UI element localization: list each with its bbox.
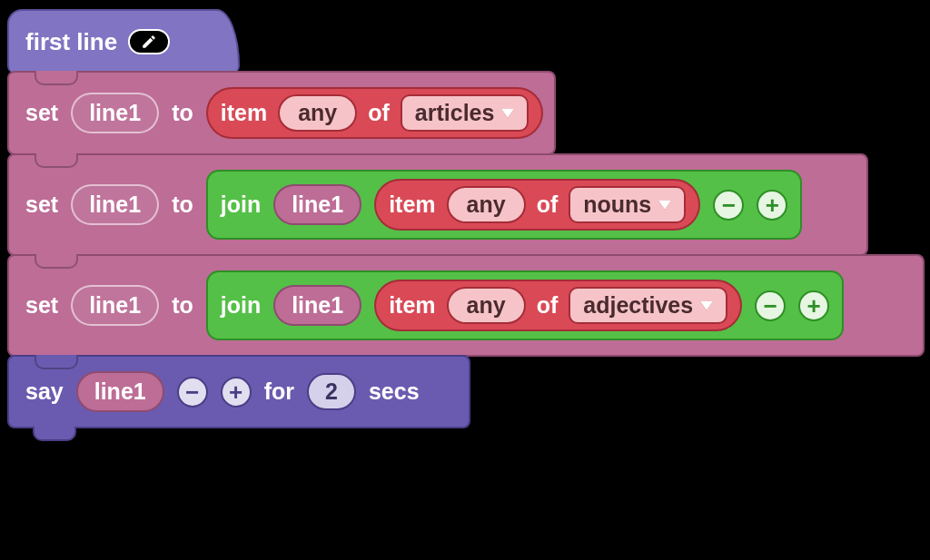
list-dropdown[interactable]: articles	[401, 94, 529, 132]
say-arg-variable[interactable]: line1	[76, 371, 164, 412]
pencil-icon	[141, 34, 157, 50]
join-reporter[interactable]: join line1 item any of adjectives − +	[206, 270, 844, 340]
say-add-input-button[interactable]: +	[221, 377, 252, 408]
join-arg-variable[interactable]: line1	[273, 184, 361, 225]
set-label: set	[25, 100, 58, 126]
item-index-dropdown[interactable]: any	[278, 94, 357, 132]
block-stack: first line set line1 to item any of arti…	[7, 9, 923, 443]
item-of-reporter[interactable]: item any of articles	[206, 87, 544, 139]
of-label: of	[368, 100, 390, 126]
block-bottom-notch	[7, 428, 470, 443]
chevron-down-icon	[501, 109, 514, 118]
say-for-secs-block[interactable]: say line1 − + for 2 secs	[7, 355, 470, 428]
join-arg-variable[interactable]: line1	[273, 285, 361, 326]
set-block-2[interactable]: set line1 to join line1 item any of noun…	[7, 153, 868, 256]
for-label: for	[264, 378, 294, 405]
say-remove-input-button[interactable]: −	[177, 377, 208, 408]
variable-slot[interactable]: line1	[71, 285, 159, 326]
variable-slot[interactable]: line1	[71, 93, 159, 133]
list-name: articles	[415, 100, 495, 126]
item-label: item	[389, 192, 435, 218]
say-label: say	[25, 378, 64, 405]
edit-hat-button[interactable]	[128, 29, 170, 54]
list-name: adjectives	[583, 292, 693, 319]
item-label: item	[389, 292, 435, 319]
item-index-value: any	[467, 292, 506, 319]
duration-input[interactable]: 2	[307, 373, 356, 410]
hat-title: first line	[25, 28, 117, 56]
join-add-input-button[interactable]: +	[798, 290, 829, 321]
to-label: to	[172, 100, 193, 126]
set-label: set	[25, 192, 58, 218]
join-label: join	[221, 192, 261, 218]
set-block-1[interactable]: set line1 to item any of articles	[7, 71, 556, 155]
item-of-reporter[interactable]: item any of nouns	[374, 179, 700, 231]
item-of-reporter[interactable]: item any of adjectives	[374, 280, 742, 331]
item-index-dropdown[interactable]: any	[447, 186, 526, 223]
list-dropdown[interactable]: nouns	[569, 186, 686, 223]
to-label: to	[172, 292, 193, 319]
list-dropdown[interactable]: adjectives	[569, 287, 727, 324]
item-index-dropdown[interactable]: any	[447, 287, 526, 324]
chevron-down-icon	[658, 201, 671, 210]
list-name: nouns	[583, 192, 651, 218]
set-block-3[interactable]: set line1 to join line1 item any of adje…	[7, 254, 925, 357]
of-label: of	[537, 292, 559, 319]
to-label: to	[172, 192, 193, 218]
set-label: set	[25, 292, 58, 319]
hat-block-first-line[interactable]: first line	[7, 9, 240, 73]
join-add-input-button[interactable]: +	[757, 190, 787, 221]
join-label: join	[221, 292, 261, 319]
variable-slot[interactable]: line1	[71, 184, 159, 225]
join-remove-input-button[interactable]: −	[755, 290, 786, 321]
chevron-down-icon	[700, 301, 713, 310]
join-remove-input-button[interactable]: −	[713, 190, 744, 221]
secs-label: secs	[369, 378, 420, 405]
item-label: item	[221, 100, 267, 126]
item-index-value: any	[298, 100, 337, 126]
join-reporter[interactable]: join line1 item any of nouns − +	[206, 170, 803, 240]
item-index-value: any	[467, 192, 506, 218]
of-label: of	[537, 192, 559, 218]
